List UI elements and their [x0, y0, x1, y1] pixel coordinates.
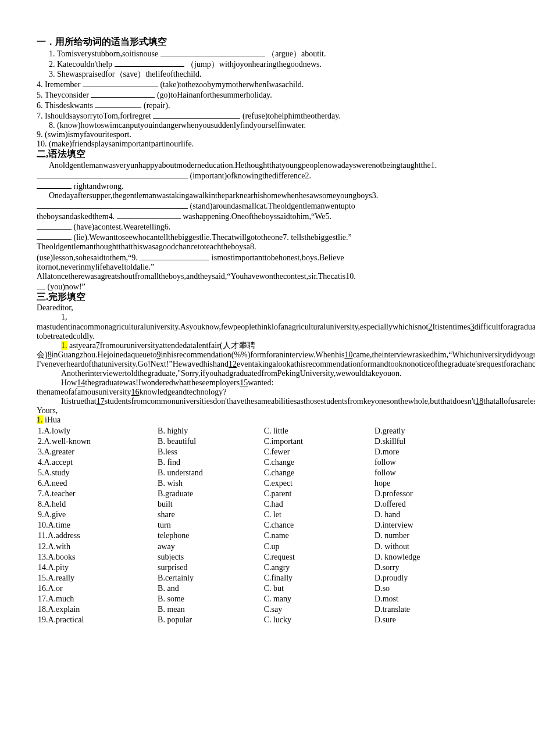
option-row: 8.A.heldbuiltC.hadD.offered — [38, 500, 498, 509]
option-cell[interactable]: 15.A.really — [38, 574, 156, 583]
option-cell[interactable]: 2.A.well-known — [38, 437, 156, 446]
option-cell[interactable]: B. popular — [158, 615, 263, 625]
s2-p2b: (stand)aroundasmallcat.Theoldgentlemanwe… — [190, 202, 355, 210]
option-cell[interactable]: 4.A.accept — [38, 458, 156, 467]
option-cell[interactable]: 7.A.teacher — [38, 489, 156, 499]
option-cell[interactable]: 17.A.much — [38, 594, 156, 604]
option-cell[interactable]: C. let — [264, 510, 373, 519]
q7-blank[interactable] — [153, 110, 240, 119]
option-cell[interactable]: D. without — [374, 542, 498, 551]
option-cell[interactable]: C.angry — [264, 563, 373, 572]
option-cell[interactable]: 12.A.with — [38, 542, 156, 551]
option-cell[interactable]: C.finally — [264, 574, 373, 583]
option-cell[interactable]: C.change — [264, 468, 373, 478]
option-cell[interactable]: B. mean — [158, 605, 263, 614]
q6-blank[interactable] — [95, 100, 141, 108]
option-cell[interactable]: D. knowledge — [374, 553, 498, 562]
option-cell[interactable]: built — [158, 500, 263, 509]
option-row: 7.A.teacherB.graduateC.parentD.professor — [38, 489, 498, 499]
option-cell[interactable]: 10.A.time — [38, 521, 156, 530]
option-cell[interactable]: 6.A.need — [38, 479, 156, 488]
option-cell[interactable]: D.so — [374, 584, 498, 593]
option-cell[interactable]: follow — [374, 468, 498, 478]
option-cell[interactable]: C.name — [264, 531, 373, 540]
option-cell[interactable]: B. wish — [158, 479, 263, 488]
option-cell[interactable]: B. beautiful — [158, 437, 263, 446]
option-cell[interactable]: C. many — [264, 594, 373, 604]
s2-p10: (you)now!” — [48, 282, 85, 291]
option-cell[interactable]: D. hand — [374, 510, 498, 519]
s2-blank5[interactable] — [37, 221, 72, 230]
option-cell[interactable]: share — [158, 510, 263, 519]
q2-tail: （jump）withjoyonhearingthegoodnews. — [186, 60, 322, 69]
option-cell[interactable]: D.sorry — [374, 563, 498, 572]
s2-blank1[interactable] — [37, 170, 188, 178]
q5-text: 5. Theyconsider — [37, 91, 89, 99]
option-cell[interactable]: telephone — [158, 531, 263, 540]
option-cell[interactable]: 13.A.books — [38, 553, 156, 562]
s2-blank9[interactable] — [140, 252, 209, 260]
s2-blank10[interactable] — [37, 281, 45, 289]
option-cell[interactable]: C.fewer — [264, 447, 373, 457]
option-cell[interactable]: D.offered — [374, 500, 498, 509]
option-cell[interactable]: subjects — [158, 553, 263, 562]
option-cell[interactable]: D.interview — [374, 521, 498, 530]
s2-blank3[interactable] — [37, 200, 188, 209]
option-cell[interactable]: 19.A.practical — [38, 615, 156, 625]
option-cell[interactable]: C. little — [264, 427, 373, 436]
option-cell[interactable]: D.translate — [374, 605, 498, 614]
q5-blank[interactable] — [91, 89, 155, 98]
option-cell[interactable]: D.most — [374, 594, 498, 604]
option-cell[interactable]: D.greatly — [374, 427, 498, 436]
option-cell[interactable]: B.graduate — [158, 489, 263, 499]
option-cell[interactable]: surprised — [158, 563, 263, 572]
option-cell[interactable]: 18.A.explain — [38, 605, 156, 614]
option-cell[interactable]: C.change — [264, 458, 373, 467]
option-cell[interactable]: D.professor — [374, 489, 498, 499]
option-cell[interactable]: B. highly — [158, 427, 263, 436]
option-cell[interactable]: C.chance — [264, 521, 373, 530]
option-cell[interactable]: B. and — [158, 584, 263, 593]
q2-blank[interactable] — [115, 59, 184, 67]
option-cell[interactable]: C.had — [264, 500, 373, 509]
option-cell[interactable]: B. some — [158, 594, 263, 604]
option-cell[interactable]: D.proudly — [374, 574, 498, 583]
q7-tail: (refuse)tohelphimtheotherday. — [242, 112, 341, 120]
q1-blank[interactable] — [160, 48, 265, 56]
option-row: 10.A.timeturnC.chanceD.interview — [38, 521, 498, 530]
option-cell[interactable]: turn — [158, 521, 263, 530]
option-cell[interactable]: hope — [374, 479, 498, 488]
option-cell[interactable]: 1.A.lowly — [38, 427, 156, 436]
option-cell[interactable]: D.more — [374, 447, 498, 457]
q4-blank[interactable] — [83, 79, 158, 87]
option-cell[interactable]: D.sure — [374, 615, 498, 625]
option-cell[interactable]: 14.A.pity — [38, 563, 156, 572]
s2-p6: Theoldgentlemanthoughtthatthiswasagoodch… — [37, 242, 499, 252]
s2-blank4[interactable] — [117, 211, 181, 219]
option-cell[interactable]: C.important — [264, 437, 373, 446]
option-cell[interactable]: D. number — [374, 531, 498, 540]
option-row: 12.A.withawayC.upD. without — [38, 542, 498, 551]
option-cell[interactable]: C. but — [264, 584, 373, 593]
option-cell[interactable]: B. understand — [158, 468, 263, 478]
option-cell[interactable]: 16.A.or — [38, 584, 156, 593]
option-cell[interactable]: 11.A.address — [38, 531, 156, 540]
option-cell[interactable]: C.request — [264, 553, 373, 562]
option-cell[interactable]: C.expect — [264, 479, 373, 488]
option-cell[interactable]: B. find — [158, 458, 263, 467]
option-cell[interactable]: 8.A.held — [38, 500, 156, 509]
option-cell[interactable]: C. lucky — [264, 615, 373, 625]
option-cell[interactable]: C.up — [264, 542, 373, 551]
option-cell[interactable]: C.parent — [264, 489, 373, 499]
option-cell[interactable]: 9.A.give — [38, 510, 156, 519]
s2-blank2[interactable] — [37, 181, 72, 189]
option-cell[interactable]: 3.A.greater — [38, 447, 156, 457]
option-cell[interactable]: C.say — [264, 605, 373, 614]
s2-blank6[interactable] — [37, 232, 72, 240]
option-cell[interactable]: B.less — [158, 447, 263, 457]
option-cell[interactable]: D.skillful — [374, 437, 498, 446]
option-cell[interactable]: follow — [374, 458, 498, 467]
option-cell[interactable]: B.certainly — [158, 574, 263, 583]
option-cell[interactable]: away — [158, 542, 263, 551]
option-cell[interactable]: 5.A.study — [38, 468, 156, 478]
